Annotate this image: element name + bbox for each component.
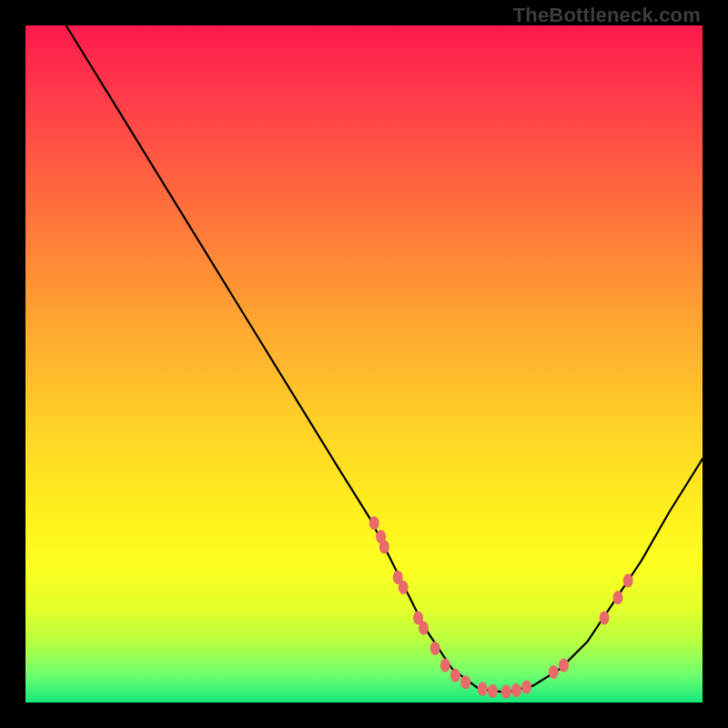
watermark-text: TheBottleneck.com bbox=[513, 4, 701, 27]
data-marker bbox=[600, 612, 610, 625]
data-marker bbox=[521, 680, 531, 693]
data-marker bbox=[430, 642, 440, 655]
data-marker bbox=[369, 516, 379, 530]
data-marker bbox=[623, 574, 633, 588]
data-marker bbox=[549, 665, 559, 679]
data-marker bbox=[460, 675, 470, 689]
bottleneck-curve bbox=[66, 25, 703, 693]
marker-group bbox=[369, 516, 633, 698]
data-marker bbox=[379, 540, 389, 553]
chart-frame bbox=[25, 25, 703, 703]
data-marker bbox=[613, 591, 623, 604]
data-marker bbox=[440, 659, 450, 672]
data-marker bbox=[478, 682, 488, 696]
data-marker bbox=[450, 669, 460, 682]
data-marker bbox=[488, 684, 498, 698]
data-marker bbox=[399, 581, 409, 594]
data-marker bbox=[559, 659, 569, 672]
plot-svg bbox=[25, 25, 703, 703]
data-marker bbox=[419, 622, 429, 635]
data-marker bbox=[501, 685, 511, 699]
data-marker bbox=[511, 683, 521, 697]
